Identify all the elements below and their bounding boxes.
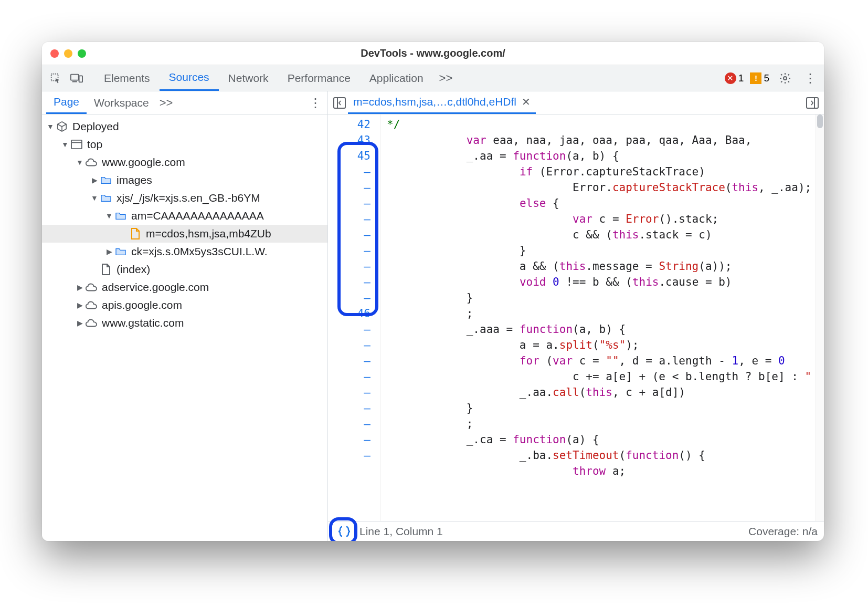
toolbar-right: ✕ 1 ! 5 ⋮ bbox=[725, 69, 820, 88]
chevron-right-icon[interactable]: ▶ bbox=[105, 247, 113, 256]
gutter-line[interactable]: – bbox=[328, 416, 380, 432]
tree-item[interactable]: ▶ck=xjs.s.0Mx5ys3sCUI.L.W. bbox=[42, 243, 327, 260]
tab-performance[interactable]: Performance bbox=[278, 65, 360, 91]
gutter-line[interactable]: 42 bbox=[328, 117, 380, 132]
svg-point-4 bbox=[784, 77, 787, 80]
gutter-line[interactable]: – bbox=[328, 337, 380, 353]
chevron-right-icon[interactable]: ▶ bbox=[90, 176, 99, 184]
navigator-menu-icon[interactable]: ⋮ bbox=[308, 96, 323, 110]
coverage-status: Coverage: n/a bbox=[748, 525, 818, 538]
gutter-line[interactable]: – bbox=[328, 227, 380, 243]
navigator-tab-page[interactable]: Page bbox=[46, 91, 87, 114]
scrollbar[interactable] bbox=[816, 114, 824, 521]
gutter-line[interactable]: 45 bbox=[328, 148, 380, 164]
code-area: 424345–––––––––46––––––––– */ var eaa, n… bbox=[328, 114, 824, 521]
gutter-line[interactable]: – bbox=[328, 384, 380, 400]
gutter-line[interactable]: – bbox=[328, 211, 380, 227]
gutter-line[interactable]: – bbox=[328, 369, 380, 384]
tree-item-label: ck=xjs.s.0Mx5ys3sCUI.L.W. bbox=[131, 245, 268, 258]
inspect-icon[interactable] bbox=[46, 69, 65, 88]
document-icon bbox=[100, 263, 112, 276]
chevron-right-icon[interactable]: ▶ bbox=[76, 301, 84, 309]
minimize-window-button[interactable] bbox=[64, 49, 72, 58]
errors-badge[interactable]: ✕ 1 bbox=[725, 72, 744, 84]
main-content: PageWorkspace >> ⋮ ▼Deployed▼top▼www.goo… bbox=[42, 91, 824, 541]
titlebar: DevTools - www.google.com/ bbox=[42, 42, 824, 65]
tree-item[interactable]: ▼Deployed bbox=[42, 118, 327, 135]
more-tabs-button[interactable]: >> bbox=[439, 71, 453, 85]
close-window-button[interactable] bbox=[50, 49, 59, 58]
pretty-print-icon[interactable] bbox=[334, 524, 354, 539]
tree-item-label: apis.google.com bbox=[102, 299, 182, 311]
chevron-down-icon[interactable]: ▼ bbox=[46, 122, 55, 131]
gutter-line[interactable]: – bbox=[328, 164, 380, 180]
tree-item-label: www.gstatic.com bbox=[102, 317, 184, 329]
folder-icon bbox=[114, 245, 127, 258]
chevron-down-icon[interactable]: ▼ bbox=[61, 140, 69, 149]
traffic-lights bbox=[50, 49, 86, 58]
device-toggle-icon[interactable] bbox=[67, 69, 86, 88]
warning-icon: ! bbox=[750, 72, 761, 84]
chevron-down-icon[interactable]: ▼ bbox=[76, 158, 84, 166]
tree-item[interactable]: ▼am=CAAAAAAAAAAAAAA bbox=[42, 207, 327, 225]
gutter-line[interactable]: – bbox=[328, 243, 380, 258]
close-tab-icon[interactable]: ✕ bbox=[522, 96, 531, 108]
tree-item-label: m=cdos,hsm,jsa,mb4ZUb bbox=[146, 227, 271, 240]
settings-icon[interactable] bbox=[776, 69, 795, 88]
svg-rect-5 bbox=[71, 140, 82, 149]
scrollbar-thumb[interactable] bbox=[817, 114, 823, 128]
editor-panel: m=cdos,hsm,jsa,…c,dtl0hd,eHDfl ✕ 424345–… bbox=[328, 91, 824, 541]
gutter-line[interactable]: – bbox=[328, 274, 380, 290]
folder-icon bbox=[100, 192, 112, 204]
tab-sources[interactable]: Sources bbox=[160, 65, 219, 91]
gutter-line[interactable]: 43 bbox=[328, 132, 380, 148]
folder-icon bbox=[114, 210, 127, 222]
cloud-icon bbox=[85, 317, 98, 329]
gutter-line[interactable]: – bbox=[328, 258, 380, 274]
cloud-icon bbox=[85, 156, 98, 169]
line-gutter[interactable]: 424345–––––––––46––––––––– bbox=[328, 114, 380, 521]
gutter-line[interactable]: 46 bbox=[328, 306, 380, 321]
folder-icon bbox=[100, 174, 112, 186]
tree-item[interactable]: ▼www.google.com bbox=[42, 153, 327, 171]
navigator-more-button[interactable]: >> bbox=[160, 96, 173, 110]
gutter-line[interactable]: – bbox=[328, 432, 380, 447]
toggle-debugger-icon[interactable] bbox=[804, 95, 821, 111]
tree-item[interactable]: ▶www.gstatic.com bbox=[42, 314, 327, 332]
tree-item[interactable]: ▼xjs/_/js/k=xjs.s.en_GB.-b6YM bbox=[42, 189, 327, 207]
tree-item[interactable]: ▼top bbox=[42, 135, 327, 153]
code-content[interactable]: */ var eaa, naa, jaa, oaa, paa, qaa, Aaa… bbox=[380, 114, 816, 521]
chevron-right-icon[interactable]: ▶ bbox=[76, 283, 84, 291]
devtools-window: DevTools - www.google.com/ ElementsSourc… bbox=[42, 42, 824, 541]
tree-item[interactable]: m=cdos,hsm,jsa,mb4ZUb bbox=[42, 225, 327, 243]
warnings-badge[interactable]: ! 5 bbox=[750, 72, 769, 84]
tab-elements[interactable]: Elements bbox=[94, 65, 160, 91]
svg-rect-3 bbox=[79, 76, 82, 82]
panel-tabs: ElementsSourcesNetworkPerformanceApplica… bbox=[94, 65, 433, 91]
tab-application[interactable]: Application bbox=[360, 65, 433, 91]
gutter-line[interactable]: – bbox=[328, 195, 380, 211]
chevron-down-icon[interactable]: ▼ bbox=[90, 194, 99, 202]
editor-tab[interactable]: m=cdos,hsm,jsa,…c,dtl0hd,eHDfl ✕ bbox=[348, 91, 536, 114]
tree-item[interactable]: (index) bbox=[42, 260, 327, 278]
file-icon bbox=[129, 227, 142, 240]
gutter-line[interactable]: – bbox=[328, 447, 380, 463]
gutter-line[interactable]: – bbox=[328, 290, 380, 306]
navigator-tab-workspace[interactable]: Workspace bbox=[87, 91, 156, 114]
chevron-down-icon[interactable]: ▼ bbox=[105, 212, 113, 220]
more-menu-icon[interactable]: ⋮ bbox=[801, 69, 820, 88]
tree-item[interactable]: ▶adservice.google.com bbox=[42, 278, 327, 296]
chevron-right-icon[interactable]: ▶ bbox=[76, 319, 84, 327]
tree-item-label: www.google.com bbox=[102, 156, 185, 169]
gutter-line[interactable]: – bbox=[328, 353, 380, 369]
toggle-navigator-icon[interactable] bbox=[331, 95, 348, 111]
gutter-line[interactable]: – bbox=[328, 400, 380, 416]
tree-item[interactable]: ▶apis.google.com bbox=[42, 296, 327, 314]
gutter-line[interactable]: – bbox=[328, 321, 380, 337]
gutter-line[interactable]: – bbox=[328, 180, 380, 195]
main-toolbar: ElementsSourcesNetworkPerformanceApplica… bbox=[42, 65, 824, 91]
zoom-window-button[interactable] bbox=[78, 49, 86, 58]
tab-network[interactable]: Network bbox=[219, 65, 278, 91]
tree-item[interactable]: ▶images bbox=[42, 171, 327, 189]
warnings-count: 5 bbox=[764, 72, 769, 84]
